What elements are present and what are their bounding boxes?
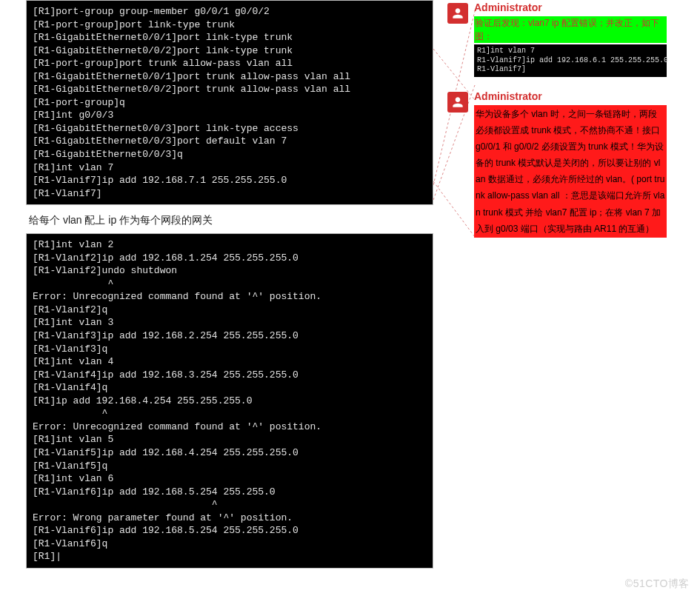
- main-column: [R1]port-group group-member g0/0/1 g0/0/…: [0, 0, 441, 569]
- caption-text: 给每个 vlan 配上 ip 作为每个网段的网关: [29, 214, 433, 227]
- comment-block: Administrator 华为设备多个 vlan 时，之间一条链路时，两段必须…: [474, 90, 667, 238]
- terminal-output-1: [R1]port-group group-member g0/0/1 g0/0/…: [26, 0, 433, 205]
- comment-author: Administrator: [474, 90, 667, 102]
- comment-highlight-green: 验证后发现：vlan7 ip 配置错误；并改正，如下图：: [474, 16, 667, 43]
- watermark-text: ©51CTO博客: [625, 577, 690, 591]
- user-avatar-icon: [447, 3, 468, 24]
- comments-sidebar: Administrator 验证后发现：vlan7 ip 配置错误；并改正，如下…: [441, 0, 667, 251]
- terminal-output-2: [R1]int vlan 2 [R1-Vlanif2]ip add 192.16…: [26, 233, 433, 569]
- user-avatar-icon: [447, 92, 468, 113]
- comment-block: Administrator 验证后发现：vlan7 ip 配置错误；并改正，如下…: [474, 1, 667, 77]
- comment-author: Administrator: [474, 1, 667, 13]
- comment-highlight-red: 华为设备多个 vlan 时，之间一条链路时，两段必须都设置成 trunk 模式，…: [474, 105, 667, 238]
- comment-code-snippet: R1]int vlan 7 R1-Vlanif7]ip add 192.168.…: [474, 44, 667, 77]
